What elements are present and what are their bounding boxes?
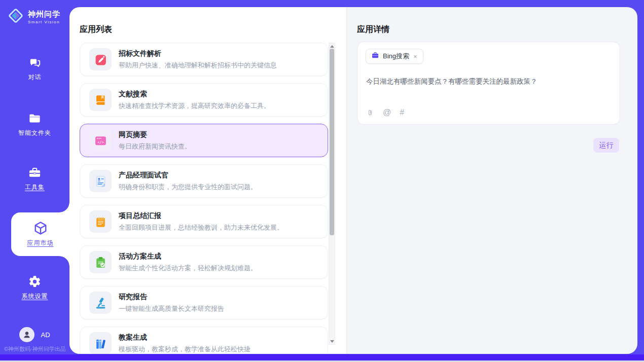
hash-icon[interactable]: # [400, 108, 404, 117]
app-item-desc: 快速精准查找学术资源，提高研究效率的必备工具。 [119, 101, 270, 111]
folder-icon [28, 112, 42, 125]
sidebar-item-5[interactable]: 系统设置 [0, 275, 69, 301]
user-row[interactable]: AD [0, 327, 69, 342]
sidebar-item-1[interactable]: 对话 [0, 56, 69, 82]
app-detail-panel: 应用详情 Bing搜索 × 今日湖北有哪些新闻要点？有哪些需要关注的最新政策？ … [346, 7, 637, 354]
sidebar-item-4[interactable]: 应用市场 [11, 212, 69, 256]
sidebar-item-label: 工具集 [25, 183, 45, 192]
sidebar-item-label: 对话 [28, 73, 42, 82]
app-item-title: 产品经理面试官 [119, 171, 257, 180]
tool-tag-label: Bing搜索 [383, 52, 409, 61]
at-icon[interactable]: @ [383, 108, 391, 117]
app-item-title: 网页摘要 [119, 130, 191, 139]
logo-title: 神州问学 [28, 10, 60, 19]
app-item-desc: 每日政府新闻资讯快查。 [119, 142, 191, 151]
logo-subtitle: Smart Vision [28, 20, 60, 24]
app-list-title: 应用列表 [80, 24, 112, 35]
scrollbar[interactable] [329, 43, 335, 345]
web-code-icon: </> [89, 129, 112, 152]
tool-tag[interactable]: Bing搜索 × [366, 49, 423, 64]
app-list-item[interactable]: 项目总结汇报全面回顾项目进展，总结经验教训，助力未来优化发展。 [80, 205, 328, 238]
toolbox-icon [28, 166, 42, 179]
user-name: AD [41, 331, 50, 339]
sidebar-item-label: 智能文件夹 [18, 129, 51, 137]
sidebar: 神州问学 Smart Vision 对话 智能文件夹 工具集 应用市场 系统设置… [0, 0, 69, 362]
cube-icon [33, 222, 48, 235]
book-icon [89, 89, 112, 111]
bottom-accent-bar [0, 354, 644, 360]
copyright: ©神州数码·神州问学出品 [4, 345, 66, 353]
microscope-icon [89, 292, 112, 314]
app-item-desc: 明确身份和职责，为您提供专业性的面试问题。 [119, 183, 257, 192]
clipboard-check-icon [89, 251, 112, 273]
app-list-item[interactable]: 教案生成模板驱动，教案秒成，教学准备从此轻松快捷 [80, 327, 328, 354]
chat-icon [28, 56, 42, 69]
main-container: 应用列表 招标文件解析帮助用户快速、准确地理解和解析招标书中的关键信息 文献搜索… [69, 7, 637, 354]
notebook-icon [89, 210, 112, 233]
paperclip-icon[interactable] [366, 108, 374, 117]
app-list: 招标文件解析帮助用户快速、准确地理解和解析招标书中的关键信息 文献搜索快速精准查… [80, 43, 328, 354]
attachment-toolbar: @# [366, 108, 404, 117]
app-item-desc: 一键智能生成高质量长文本研究报告 [119, 304, 224, 313]
gear-icon [28, 275, 42, 288]
briefcase-icon [371, 51, 379, 61]
app-item-title: 招标文件解析 [119, 49, 277, 58]
resume-icon [89, 170, 112, 192]
tag-close-icon[interactable]: × [413, 53, 418, 60]
run-button[interactable]: 运行 [593, 138, 619, 153]
app-list-item[interactable]: 文献搜索快速精准查找学术资源，提高研究效率的必备工具。 [80, 83, 328, 117]
app-list-item[interactable]: 活动方案生成智能生成个性化活动方案，轻松解决规划难题。 [80, 245, 328, 279]
document-edit-icon [89, 48, 112, 70]
app-list-item[interactable]: 产品经理面试官明确身份和职责，为您提供专业性的面试问题。 [80, 164, 328, 198]
sidebar-item-3[interactable]: 工具集 [0, 166, 69, 192]
app-item-title: 教案生成 [119, 333, 251, 342]
app-item-desc: 帮助用户快速、准确地理解和解析招标书中的关键信息 [119, 61, 277, 70]
app-list-item[interactable]: 研究报告一键智能生成高质量长文本研究报告 [80, 286, 328, 319]
app-list-panel: 应用列表 招标文件解析帮助用户快速、准确地理解和解析招标书中的关键信息 文献搜索… [69, 7, 346, 354]
books-icon [89, 332, 112, 354]
logo: 神州问学 Smart Vision [7, 7, 60, 26]
app-item-desc: 全面回顾项目进展，总结经验教训，助力未来优化发展。 [119, 223, 283, 232]
avatar [19, 327, 34, 342]
query-input[interactable]: 今日湖北有哪些新闻要点？有哪些需要关注的最新政策？ [366, 77, 612, 87]
app-item-title: 活动方案生成 [119, 252, 257, 261]
svg-text:</>: </> [97, 140, 104, 144]
logo-text: 神州问学 Smart Vision [28, 10, 60, 24]
scrollbar-down-arrow-icon[interactable] [329, 338, 335, 344]
app-item-title: 项目总结汇报 [119, 211, 283, 221]
sidebar-item-label: 应用市场 [27, 239, 54, 247]
sidebar-item-2[interactable]: 智能文件夹 [0, 112, 69, 137]
scrollbar-thumb[interactable] [330, 49, 334, 235]
app-detail-title: 应用详情 [357, 24, 389, 35]
sidebar-item-label: 系统设置 [22, 292, 48, 301]
app-item-desc: 模板驱动，教案秒成，教学准备从此轻松快捷 [119, 345, 251, 354]
app-item-title: 文献搜索 [119, 90, 270, 99]
query-card: Bing搜索 × 今日湖北有哪些新闻要点？有哪些需要关注的最新政策？ @# [357, 42, 620, 125]
app-list-item[interactable]: </>网页摘要每日政府新闻资讯快查。 [80, 124, 328, 157]
logo-diamond-icon [7, 7, 24, 26]
app-root: 神州问学 Smart Vision 对话 智能文件夹 工具集 应用市场 系统设置… [0, 0, 644, 362]
app-item-desc: 智能生成个性化活动方案，轻松解决规划难题。 [119, 264, 257, 273]
app-list-item[interactable]: 招标文件解析帮助用户快速、准确地理解和解析招标书中的关键信息 [80, 43, 328, 76]
app-item-title: 研究报告 [119, 293, 224, 302]
